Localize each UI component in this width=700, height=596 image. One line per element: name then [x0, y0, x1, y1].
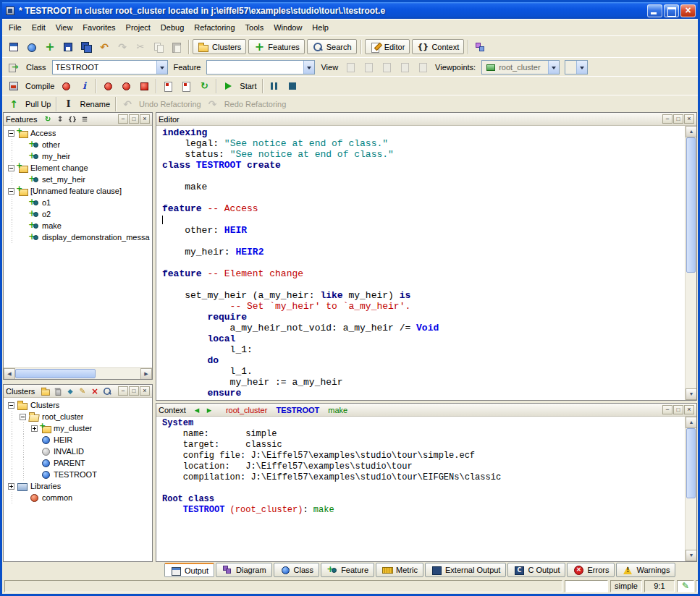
tree-item-make[interactable]: make [4, 220, 152, 231]
viewpoint-filter-combo[interactable] [565, 60, 588, 74]
panel-close-button[interactable] [140, 114, 150, 124]
tab-output[interactable]: Output [164, 563, 214, 577]
title-bar[interactable]: * TESTROOT in cluster root_cluster locat… [2, 2, 698, 19]
menu-item-project[interactable]: Project [121, 21, 156, 34]
class-combo-arrow[interactable] [156, 61, 167, 74]
tree-item-display-demonstration-messa[interactable]: display_demonstration_messa [4, 231, 152, 243]
tree-item-element-change[interactable]: Element change [4, 162, 152, 174]
tree-item-o1[interactable]: o1 [4, 197, 152, 208]
tab-external-output[interactable]: External Output [425, 563, 506, 577]
expander-icon[interactable] [8, 165, 14, 171]
menu-item-edit[interactable]: Edit [27, 21, 51, 34]
tree-item-parent[interactable]: PARENT [4, 457, 152, 469]
menu-item-debug[interactable]: Debug [156, 21, 189, 34]
panel-close-button[interactable] [684, 405, 694, 414]
open-project-icon[interactable] [23, 39, 41, 55]
breadcrumb-testroot[interactable]: TESTROOT [276, 406, 319, 414]
panel-maximize-button[interactable] [129, 386, 139, 396]
menu-item-tools[interactable]: Tools [240, 21, 269, 34]
panel-maximize-button[interactable] [673, 114, 683, 124]
edit-status-icon[interactable] [677, 580, 694, 592]
start-icon[interactable] [219, 78, 237, 94]
panel-maximize-button[interactable] [129, 114, 139, 124]
menu-item-window[interactable]: Window [269, 21, 307, 34]
tree-item-root-cluster[interactable]: root_cluster [4, 411, 152, 422]
tab-diagram[interactable]: Diagram [216, 563, 272, 577]
tree-item-heir[interactable]: HEIR [4, 434, 152, 446]
search-button[interactable]: Search [307, 39, 357, 54]
class-combo[interactable]: TESTROOT [52, 60, 168, 74]
menu-item-help[interactable]: Help [307, 21, 334, 34]
checks-status-icon[interactable] [696, 580, 700, 592]
viewpoints-combo[interactable]: root_cluster [481, 60, 560, 74]
tab-warnings[interactable]: Warnings [616, 563, 675, 577]
pull-up-button[interactable]: Pull Up [23, 100, 53, 108]
scroll-up-button[interactable] [686, 417, 696, 428]
tab-metric[interactable]: Metric [376, 563, 423, 577]
panel-maximize-button[interactable] [673, 405, 683, 414]
context-panel-header[interactable]: Context root_clusterTESTROOTmake [156, 404, 696, 417]
context-button[interactable]: Context [412, 39, 464, 54]
editor-button[interactable]: Editor [365, 39, 410, 54]
recompile-icon[interactable] [195, 78, 213, 94]
tree-item-set-my-heir[interactable]: set_my_heir [4, 174, 152, 185]
breadcrumb-root-cluster[interactable]: root_cluster [226, 406, 267, 414]
precompile-icon[interactable] [135, 78, 153, 94]
stop-icon[interactable] [284, 78, 301, 94]
expander-icon[interactable] [8, 130, 14, 137]
tree-item-invalid[interactable]: INVALID [4, 446, 152, 457]
expander-icon[interactable] [31, 425, 38, 432]
panel-minimize-button[interactable] [118, 114, 128, 124]
feature-combo[interactable] [206, 60, 315, 74]
pause-icon[interactable] [266, 78, 283, 94]
editor-panel-header[interactable]: Editor [156, 113, 696, 126]
compile-button[interactable]: Compile [23, 82, 56, 90]
tree-item-libraries[interactable]: Libraries [4, 480, 152, 492]
expander-icon[interactable] [8, 483, 14, 490]
clusters-panel-header[interactable]: Clusters [4, 385, 152, 398]
tree-item-other[interactable]: other [4, 139, 152, 150]
tab-feature[interactable]: Feature [321, 563, 374, 577]
tree-item-clusters[interactable]: Clusters [4, 399, 152, 411]
add-icon[interactable] [41, 39, 59, 55]
menu-item-refactoring[interactable]: Refactoring [189, 21, 240, 34]
viewpoint-filter-combo-arrow[interactable] [576, 61, 587, 74]
quick-melt-icon[interactable] [177, 78, 195, 94]
scroll-down-button[interactable] [686, 388, 696, 400]
maximize-button[interactable] [664, 4, 679, 17]
panel-close-button[interactable] [684, 114, 694, 124]
expander-icon[interactable] [8, 188, 14, 195]
scroll-up-button[interactable] [686, 126, 696, 137]
scroll-thumb[interactable] [15, 369, 96, 378]
discover-melt-icon[interactable] [159, 78, 177, 94]
panel-minimize-button[interactable] [662, 114, 672, 124]
undo-icon[interactable] [96, 39, 113, 55]
synchronize-icon[interactable] [42, 114, 54, 125]
tree-item-common[interactable]: common [4, 492, 152, 503]
start-button[interactable]: Start [237, 82, 258, 90]
menu-item-favorites[interactable]: Favorites [77, 21, 120, 34]
scroll-thumb[interactable] [686, 428, 696, 498]
expander-icon[interactable] [20, 414, 26, 420]
tree-item-access[interactable]: Access [4, 127, 152, 139]
edit-class-icon[interactable] [77, 386, 88, 397]
signature-icon[interactable] [67, 114, 78, 125]
tab-class[interactable]: Class [274, 563, 320, 577]
remove-item-icon[interactable] [89, 386, 101, 397]
tree-item-unnamed-feature-clause[interactable]: [Unnamed feature clause] [4, 185, 152, 197]
editor-code[interactable]: indexing legal: "See notice at end of cl… [156, 126, 684, 400]
history-back-icon[interactable] [191, 404, 203, 416]
send-to-icon[interactable] [5, 59, 22, 75]
melt-icon[interactable] [57, 78, 75, 94]
new-cluster-icon[interactable] [40, 386, 51, 397]
scroll-right-button[interactable] [140, 368, 152, 380]
save-all-icon[interactable] [77, 39, 95, 55]
clusters-button[interactable]: Clusters [193, 39, 246, 54]
tree-item-my-heir[interactable]: my_heir [4, 150, 152, 162]
history-forward-icon[interactable] [203, 404, 215, 416]
minimize-button[interactable] [647, 4, 662, 17]
menu-item-view[interactable]: View [51, 21, 78, 34]
new-window-icon[interactable] [5, 39, 22, 55]
expander-icon[interactable] [8, 402, 14, 409]
panel-minimize-button[interactable] [118, 386, 128, 396]
